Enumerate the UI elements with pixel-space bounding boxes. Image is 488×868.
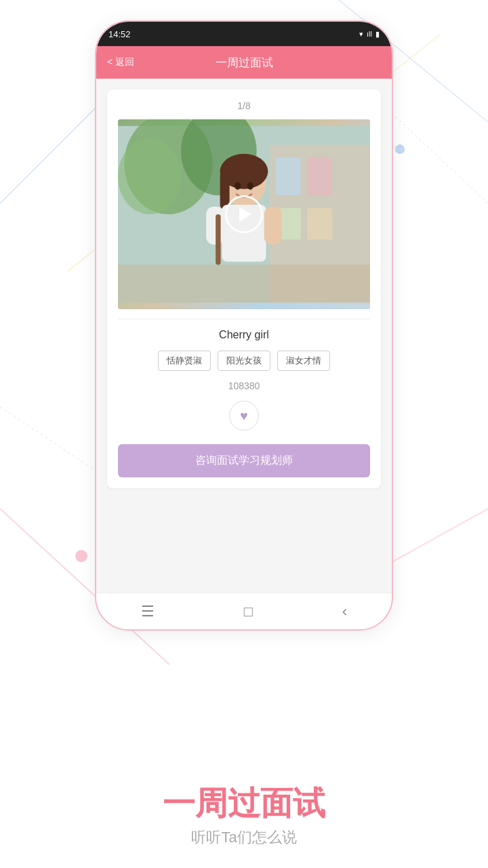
bottom-nav: ☰ □ ‹ — [96, 593, 392, 629]
cta-button[interactable]: 咨询面试学习规划师 — [118, 444, 370, 477]
app-content: 1/8 — [96, 79, 392, 593]
svg-rect-15 — [276, 157, 301, 195]
tag-3: 淑女才情 — [277, 351, 330, 371]
play-button[interactable] — [225, 195, 263, 233]
status-icons: ▾ ıll ▮ — [359, 30, 380, 39]
svg-rect-26 — [216, 214, 220, 264]
tag-1: 恬静贤淑 — [158, 351, 211, 371]
like-button[interactable]: ♥ — [229, 401, 259, 431]
video-thumbnail[interactable] — [118, 119, 370, 309]
bottom-subtitle: 听听Ta们怎么说 — [0, 827, 488, 848]
tag-2: 阳光女孩 — [218, 351, 270, 371]
svg-rect-25 — [264, 207, 282, 245]
back-button[interactable]: < 返回 — [107, 56, 134, 68]
page-indicator: 1/8 — [118, 100, 370, 111]
profile-card: 1/8 — [107, 90, 381, 488]
tags-row: 恬静贤淑 阳光女孩 淑女才情 — [118, 351, 370, 371]
nav-back-icon[interactable]: ‹ — [342, 603, 347, 620]
phone-frame: 14:52 ▾ ıll ▮ < 返回 一周过面试 1/8 — [95, 20, 393, 631]
svg-rect-19 — [118, 264, 370, 302]
wifi-icon: ▾ — [359, 30, 363, 39]
heart-icon: ♥ — [240, 408, 248, 424]
header-title: 一周过面试 — [216, 55, 273, 71]
status-time: 14:52 — [108, 29, 131, 39]
nav-home-icon[interactable]: □ — [244, 603, 253, 620]
status-bar: 14:52 ▾ ıll ▮ — [96, 22, 392, 46]
play-icon — [239, 207, 251, 222]
svg-line-8 — [380, 102, 488, 203]
svg-rect-16 — [307, 157, 332, 195]
svg-point-27 — [235, 182, 241, 190]
profile-name: Cherry girl — [118, 329, 370, 341]
signal-icon: ıll — [367, 30, 372, 38]
battery-icon: ▮ — [375, 30, 380, 39]
svg-rect-24 — [206, 207, 224, 245]
divider — [118, 319, 370, 319]
svg-point-7 — [75, 550, 87, 562]
like-button-container: ♥ — [118, 401, 370, 431]
app-header: < 返回 一周过面试 — [96, 46, 392, 79]
bottom-text-section: 一周过面试 听听Ta们怎么说 — [0, 786, 488, 848]
svg-rect-18 — [307, 208, 332, 240]
nav-menu-icon[interactable]: ☰ — [141, 603, 155, 620]
view-count: 108380 — [118, 380, 370, 391]
svg-line-9 — [0, 407, 102, 475]
bottom-title: 一周过面试 — [0, 786, 488, 822]
svg-point-6 — [395, 144, 405, 154]
svg-point-28 — [247, 182, 253, 190]
svg-point-13 — [118, 138, 181, 214]
